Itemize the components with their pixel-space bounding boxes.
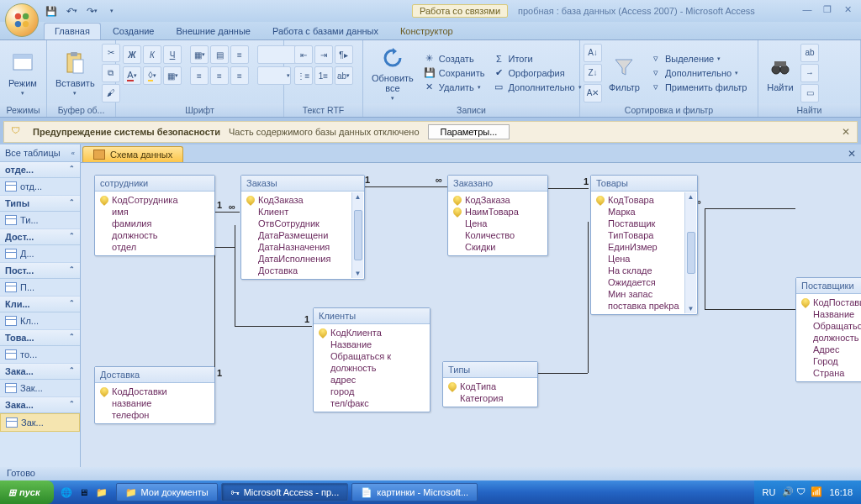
nav-header[interactable]: Все таблицы« <box>0 144 80 162</box>
table-field[interactable]: Скидки <box>453 241 542 253</box>
table-field[interactable]: город <box>319 386 425 397</box>
new-record-button[interactable]: ✳Создать <box>420 52 489 66</box>
table-field[interactable]: Название <box>801 308 861 320</box>
table-field[interactable]: Цена <box>453 218 542 229</box>
nav-table-item[interactable]: Зак... <box>0 380 80 397</box>
nav-group-header[interactable]: Дост...⌃ <box>0 229 80 245</box>
scrollbar[interactable]: ▲▼ <box>351 192 363 278</box>
ie-icon[interactable]: 🌐 <box>59 485 74 500</box>
table-field[interactable]: Город <box>801 355 861 367</box>
nav-group-header[interactable]: Кли...⌃ <box>0 297 80 312</box>
nav-group-header[interactable]: Типы⌃ <box>0 196 80 212</box>
explorer-icon[interactable]: 📁 <box>94 485 109 500</box>
advanced-filter-button[interactable]: ▿Дополнительно ▾ <box>647 66 751 80</box>
table-title[interactable]: Заказы <box>241 176 364 192</box>
align-left-icon[interactable]: ≡ <box>190 66 209 85</box>
tab-database-tools[interactable]: Работа с базами данных <box>262 24 388 39</box>
bullets-icon[interactable]: ⋮≡ <box>294 66 313 85</box>
select-icon[interactable]: ▭ <box>800 84 819 102</box>
clear-sort-icon[interactable]: A✕ <box>584 84 602 102</box>
table-ordered[interactable]: ЗаказаноКодЗаказаНаимТовараЦенаКоличеств… <box>447 175 548 256</box>
align-right-icon[interactable]: ≡ <box>230 66 249 85</box>
tray-icon[interactable]: 🛡 <box>796 486 808 498</box>
table-field[interactable]: На складе <box>596 265 682 276</box>
task-word[interactable]: 📄картинки - Microsoft... <box>351 483 478 501</box>
replace-icon[interactable]: ab <box>800 44 819 62</box>
task-access[interactable]: 🗝Microsoft Access - пр... <box>221 483 349 501</box>
table-clients[interactable]: КлиентыКодКлиентаНазваниеОбращаться кдол… <box>313 307 430 412</box>
tab-external-data[interactable]: Внешние данные <box>166 24 261 39</box>
table-products[interactable]: ТоварыКодТовараМаркаПоставщикТипТовараЕд… <box>590 175 698 315</box>
table-field[interactable]: Обращаться к <box>801 320 861 332</box>
minimize-button[interactable]: ― <box>800 3 814 15</box>
goto-icon[interactable]: → <box>800 64 819 82</box>
numbering-icon[interactable]: 1≡ <box>314 66 333 85</box>
highlight-icon[interactable]: ab▾ <box>335 66 353 85</box>
font-color-icon[interactable]: A▾ <box>123 66 141 85</box>
sort-desc-icon[interactable]: Z↓ <box>584 64 602 82</box>
table-field[interactable]: КодКлиента <box>319 327 425 339</box>
table-title[interactable]: Заказано <box>448 176 547 192</box>
nav-table-item[interactable]: Ти... <box>0 212 80 229</box>
table-title[interactable]: Поставщики <box>796 278 861 294</box>
table-field[interactable]: Страна <box>801 367 861 379</box>
table-field[interactable]: Поставщик <box>596 218 682 229</box>
clock[interactable]: 16:18 <box>829 487 853 497</box>
nav-group-header[interactable]: Зака...⌃ <box>0 364 80 380</box>
find-button[interactable]: Найти <box>762 52 799 94</box>
save-record-button[interactable]: 💾Сохранить <box>420 66 489 80</box>
table-suppliers[interactable]: ПоставщикиКодПоставщикаНазваниеОбращатьс… <box>795 277 861 382</box>
table-field[interactable]: Клиент <box>246 206 349 218</box>
nav-table-item[interactable]: Кл... <box>0 312 80 330</box>
undo-icon[interactable]: ↶▾ <box>64 3 79 18</box>
relationships-canvas[interactable]: 1 ∞ 1 ∞ ∞ 1 ∞ 1 1 1 сотрудникиКодСотрудн… <box>81 163 861 467</box>
table-field[interactable]: ТипТовара <box>596 229 682 241</box>
tray-icon[interactable]: 🔊 <box>782 486 794 498</box>
table-field[interactable]: Мин запас <box>596 288 682 300</box>
table-title[interactable]: Типы <box>443 362 537 378</box>
table-field[interactable]: Адрес <box>801 344 861 355</box>
selection-filter-button[interactable]: ▿Выделение ▾ <box>647 52 751 66</box>
bold-icon[interactable]: Ж <box>123 45 141 64</box>
table-field[interactable]: КодТовара <box>596 194 682 206</box>
nav-group-header[interactable]: Пост...⌃ <box>0 263 80 279</box>
nav-collapse-icon[interactable]: « <box>71 150 75 157</box>
scrollbar[interactable]: ▲▼ <box>684 192 696 313</box>
nav-table-item[interactable]: отд... <box>0 178 80 196</box>
table-field[interactable]: НаимТовара <box>453 206 542 218</box>
security-close-button[interactable]: ✕ <box>842 126 850 138</box>
increase-indent-icon[interactable]: ⇥ <box>314 45 333 64</box>
underline-icon[interactable]: Ч <box>163 45 182 64</box>
align-center-icon[interactable]: ≡ <box>210 66 229 85</box>
table-field[interactable]: фамилия <box>100 218 209 229</box>
table-employees[interactable]: сотрудникиКодСотрудникаимяфамилиядолжнос… <box>94 175 215 256</box>
table-field[interactable]: КодСотрудника <box>100 194 209 206</box>
table-field[interactable]: Марка <box>596 206 682 218</box>
language-indicator[interactable]: RU <box>763 487 776 497</box>
table-field[interactable]: должность <box>100 229 209 241</box>
table-title[interactable]: сотрудники <box>95 176 214 192</box>
table-field[interactable]: должность <box>801 332 861 344</box>
table-field[interactable]: КодДоставки <box>100 386 209 397</box>
table-field[interactable]: КодТипа <box>448 381 532 392</box>
altrows-icon[interactable]: ≡ <box>230 45 249 64</box>
tray-icon[interactable]: 📶 <box>811 486 822 498</box>
table-field[interactable]: ЕдинИзмер <box>596 241 682 253</box>
table-title[interactable]: Доставка <box>95 367 214 383</box>
italic-icon[interactable]: К <box>143 45 161 64</box>
task-my-documents[interactable]: 📁Мои документы <box>116 483 218 501</box>
table-field[interactable]: ОтвСотрудник <box>246 218 349 229</box>
sort-asc-icon[interactable]: A↓ <box>584 44 602 62</box>
nav-table-item[interactable]: Зак... <box>0 413 80 432</box>
table-field[interactable]: поставка преkра <box>596 300 682 312</box>
tab-home[interactable]: Главная <box>44 23 101 39</box>
table-field[interactable]: Название <box>319 339 425 350</box>
table-field[interactable]: КодЗаказа <box>453 194 542 206</box>
nav-group-header[interactable]: отде...⌃ <box>0 162 80 178</box>
nav-table-item[interactable]: П... <box>0 279 80 297</box>
gridlines-icon[interactable]: ▤ <box>210 45 229 64</box>
ltr-icon[interactable]: ¶▸ <box>335 45 353 64</box>
table-delivery[interactable]: ДоставкаКодДоставкиназваниетелефон <box>94 366 215 424</box>
table-field[interactable]: ДатаРазмещени <box>246 229 349 241</box>
tab-create[interactable]: Создание <box>103 24 165 39</box>
